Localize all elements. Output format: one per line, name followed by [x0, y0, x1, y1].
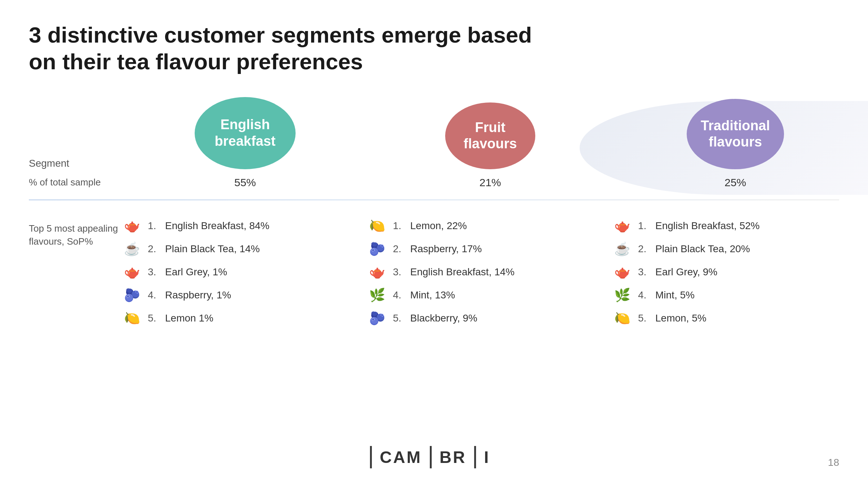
mint2-icon: 🌿	[613, 288, 632, 303]
list-item: 🫖 3. Earl Grey, 9%	[613, 264, 858, 280]
fruit-oval: Fruitflavours	[445, 102, 535, 169]
item-text: Lemon, 22%	[410, 220, 467, 232]
list-item: 🌿 4. Mint, 13%	[368, 288, 613, 303]
list-item: 🫖 3. Earl Grey, 1%	[123, 264, 368, 280]
list-item: ☕ 2. Plain Black Tea, 20%	[613, 241, 858, 257]
item-num: 3.	[148, 266, 159, 278]
tea-cup2-icon: ☕	[613, 241, 632, 257]
item-text: Lemon 1%	[165, 312, 213, 324]
list-item: 🫐 5. Blackberry, 9%	[368, 311, 613, 326]
teapot3-icon: 🫖	[368, 264, 386, 280]
segment-label: Segment	[29, 158, 123, 169]
fruit-flavours: 🍋 1. Lemon, 22% 🫐 2. Raspberry, 17% 🫖 3.…	[368, 218, 613, 326]
list-item: 🫐 2. Raspberry, 17%	[368, 241, 613, 257]
traditional-oval: Traditionalflavours	[687, 99, 784, 169]
item-text: English Breakfast, 52%	[655, 220, 760, 232]
teapot4-icon: 🫖	[613, 218, 632, 233]
traditional-flavours: 🫖 1. English Breakfast, 52% ☕ 2. Plain B…	[613, 218, 858, 326]
item-num: 4.	[148, 289, 159, 301]
item-num: 4.	[393, 289, 404, 301]
item-num: 1.	[638, 220, 649, 232]
flavours-label: Top 5 most appealing flavours, SoP%	[29, 218, 123, 248]
list-item: 🫖 1. English Breakfast, 84%	[123, 218, 368, 233]
teapot5-icon: 🫖	[613, 264, 632, 280]
english-flavours: 🫖 1. English Breakfast, 84% ☕ 2. Plain B…	[123, 218, 368, 326]
item-text: Raspberry, 17%	[410, 243, 482, 255]
lemon-icon: 🍋	[123, 311, 141, 326]
item-num: 1.	[148, 220, 159, 232]
tea-cup-icon: ☕	[123, 241, 141, 257]
item-num: 3.	[638, 266, 649, 278]
list-item: 🌿 4. Mint, 5%	[613, 288, 858, 303]
raspberry-icon: 🫐	[368, 241, 386, 257]
pct-label: % of total sample	[29, 176, 123, 189]
item-text: Mint, 13%	[410, 289, 455, 301]
item-text: Plain Black Tea, 20%	[655, 243, 750, 255]
item-text: Earl Grey, 1%	[165, 266, 227, 278]
footer-logo: CAM BR I	[370, 446, 498, 468]
segment-english: Englishbreakfast	[123, 97, 368, 169]
mint-icon: 🌿	[368, 288, 386, 303]
item-num: 5.	[638, 312, 649, 324]
item-num: 4.	[638, 289, 649, 301]
item-text: Plain Black Tea, 14%	[165, 243, 260, 255]
divider	[29, 200, 839, 200]
page-title: 3 distinctive customer segments emerge b…	[29, 22, 533, 75]
teapot2-icon: 🫖	[123, 264, 141, 280]
item-text: Earl Grey, 9%	[655, 266, 717, 278]
pct-english: 55%	[123, 176, 368, 189]
item-num: 2.	[393, 243, 404, 255]
item-num: 3.	[393, 266, 404, 278]
item-num: 1.	[393, 220, 404, 232]
list-item: 🍋 5. Lemon 1%	[123, 311, 368, 326]
list-item: 🍋 1. Lemon, 22%	[368, 218, 613, 233]
item-num: 2.	[148, 243, 159, 255]
list-item: 🍋 5. Lemon, 5%	[613, 311, 858, 326]
lemon3-icon: 🍋	[613, 311, 632, 326]
list-item: 🫖 3. English Breakfast, 14%	[368, 264, 613, 280]
item-text: Lemon, 5%	[655, 312, 707, 324]
pct-fruit: 21%	[368, 176, 613, 189]
item-text: Raspberry, 1%	[165, 289, 231, 301]
berry-icon: 🫐	[123, 288, 141, 303]
pct-traditional: 25%	[613, 176, 858, 189]
item-text: Mint, 5%	[655, 289, 695, 301]
segment-traditional: Traditionalflavours	[613, 99, 858, 169]
lemon2-icon: 🍋	[368, 218, 386, 233]
list-item: ☕ 2. Plain Black Tea, 14%	[123, 241, 368, 257]
item-text: English Breakfast, 84%	[165, 220, 270, 232]
item-text: English Breakfast, 14%	[410, 266, 515, 278]
list-item: 🫖 1. English Breakfast, 52%	[613, 218, 858, 233]
list-item: 🫐 4. Raspberry, 1%	[123, 288, 368, 303]
page-number: 18	[828, 457, 839, 468]
item-num: 5.	[148, 312, 159, 324]
blackberry-icon: 🫐	[368, 311, 386, 326]
item-num: 2.	[638, 243, 649, 255]
teapot-icon: 🫖	[123, 218, 141, 233]
english-oval: Englishbreakfast	[195, 97, 296, 169]
item-text: Blackberry, 9%	[410, 312, 477, 324]
item-num: 5.	[393, 312, 404, 324]
segment-fruit: Fruitflavours	[368, 102, 613, 169]
